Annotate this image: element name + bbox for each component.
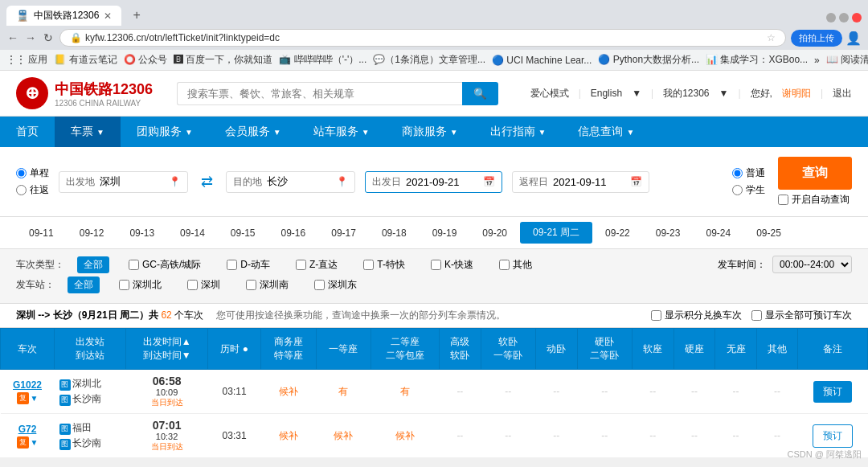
date-tab-0915[interactable]: 09-15 (218, 223, 268, 243)
filter-d[interactable]: D-动车 (220, 256, 276, 273)
nav-info[interactable]: 信息查询 ▼ (562, 117, 650, 147)
date-tab-0918[interactable]: 09-18 (369, 223, 420, 243)
to-input[interactable] (267, 176, 331, 188)
date-tab-0921[interactable]: 09-21 周二 (520, 222, 592, 244)
filter-shenzhen-north[interactable]: 深圳北 (113, 277, 168, 293)
forward-button[interactable]: → (24, 31, 37, 44)
filter-shenzhen-east[interactable]: 深圳东 (308, 277, 363, 293)
site-search-input[interactable] (177, 82, 462, 105)
baidu-bookmark[interactable]: 🅱 百度一下，你就知道 (174, 53, 272, 67)
nav-station[interactable]: 站车服务 ▼ (297, 117, 386, 147)
student-ticket-radio[interactable]: 学生 (732, 183, 765, 197)
depart-date-input[interactable] (406, 176, 478, 188)
filter-all-stations[interactable]: 全部 (68, 277, 100, 293)
train-expand-icon[interactable]: ▼ (31, 438, 39, 447)
no-seat-value: -- (733, 430, 739, 441)
route-count-suffix: 个车次 (174, 309, 203, 321)
train-type-filter-label: 车次类型： (16, 258, 64, 272)
bilibili-bookmark[interactable]: 📺 哔哔哔哔（'-'）... (279, 53, 366, 67)
logout-link[interactable]: 退出 (833, 87, 852, 100)
nav-info-arrow: ▼ (626, 128, 634, 137)
filter-k[interactable]: K-快速 (424, 256, 480, 273)
book-button[interactable]: 预订 (813, 424, 853, 448)
love-mode-link[interactable]: 爱心模式 (530, 87, 569, 100)
moving-berth-value: -- (553, 430, 559, 441)
filter-t[interactable]: T-特快 (357, 256, 411, 273)
uci-bookmark[interactable]: 🔵 UCI Machine Lear... (492, 55, 592, 66)
train-no-link[interactable]: G1022 (13, 379, 42, 391)
refresh-button[interactable]: ↻ (42, 31, 55, 44)
one-way-radio[interactable]: 单程 (16, 166, 49, 180)
filter-shenzhen[interactable]: 深圳 (181, 277, 227, 293)
nav-guide[interactable]: 出行指南 ▼ (474, 117, 563, 147)
date-tab-0923[interactable]: 09-23 (643, 223, 694, 243)
book-button[interactable]: 预订 (813, 381, 852, 403)
calendar-icon[interactable]: 📅 (483, 176, 495, 187)
filter-gc[interactable]: GC-高铁/城际 (122, 256, 207, 273)
my-account-link[interactable]: 我的12306 (663, 87, 709, 100)
nav-group[interactable]: 团购服务 ▼ (121, 117, 209, 147)
more-bookmarks[interactable]: » (814, 55, 820, 66)
python-bookmark[interactable]: 🔵 Python大数据分析... (598, 53, 699, 67)
browser-tab[interactable]: 🚆 中国铁路12306 ✕ (6, 6, 121, 26)
filter-z[interactable]: Z-直达 (289, 256, 344, 273)
username-text: 谢明阳 (782, 87, 811, 100)
reading-list[interactable]: 📖 阅读清单 (826, 53, 868, 67)
from-input[interactable] (100, 176, 164, 188)
filter-shenzhen-south[interactable]: 深圳南 (240, 277, 295, 293)
close-button[interactable] (852, 13, 862, 23)
new-tab-button[interactable]: + (125, 5, 148, 26)
return-calendar-icon[interactable]: 📅 (630, 176, 642, 187)
date-tab-0924[interactable]: 09-24 (693, 223, 743, 243)
nav-tickets[interactable]: 车票 ▼ (55, 117, 121, 147)
depart-date-label: 出发日 (372, 175, 401, 189)
date-tab-0916[interactable]: 09-16 (268, 223, 319, 243)
profile-button[interactable]: 👤 (845, 30, 862, 47)
msg-bookmark[interactable]: 💬（1条消息）文章管理... (373, 53, 485, 67)
depart-time-select[interactable]: 00:00--24:00 (772, 256, 852, 273)
search-submit-button[interactable]: 查询 (778, 157, 852, 190)
th-hard-berth: 硬卧二等卧 (577, 329, 632, 370)
show-all-option[interactable]: 显示全部可预订车次 (751, 309, 852, 322)
wechat-bookmark[interactable]: ⭕ 公众号 (124, 53, 167, 67)
maximize-button[interactable] (839, 13, 849, 23)
watermark: CSDN @ 阿桀逃阳 (788, 449, 862, 457)
date-tab-0914[interactable]: 09-14 (167, 223, 218, 243)
extension-button[interactable]: 拍拍上传 (791, 30, 842, 47)
address-bar[interactable]: 🔒 kyfw.12306.cn/otn/leftTicket/init?link… (59, 29, 786, 47)
minimize-button[interactable] (826, 13, 836, 23)
date-tab-0920[interactable]: 09-20 (469, 223, 520, 243)
switch-direction-icon[interactable]: ⇄ (201, 173, 213, 190)
to-location-icon[interactable]: 📍 (336, 176, 348, 187)
back-button[interactable]: ← (6, 31, 19, 44)
watermark-text: CSDN @ 阿桀逃阳 (788, 449, 862, 457)
date-tab-0919[interactable]: 09-19 (420, 223, 470, 243)
site-search-button[interactable]: 🔍 (462, 82, 498, 105)
nav-home[interactable]: 首页 (0, 117, 55, 147)
train-expand-icon[interactable]: ▼ (31, 394, 39, 403)
soft-berth-value: -- (505, 386, 511, 397)
normal-ticket-radio[interactable]: 普通 (732, 166, 765, 180)
tab-close-button[interactable]: ✕ (104, 10, 112, 22)
date-tab-0925[interactable]: 09-25 (743, 223, 794, 243)
filter-all-trains[interactable]: 全部 (77, 256, 109, 273)
star-icon[interactable]: ☆ (767, 32, 776, 43)
return-date-input[interactable] (553, 176, 625, 188)
auto-check-checkbox[interactable] (778, 195, 788, 205)
nav-business[interactable]: 商旅服务 ▼ (386, 117, 474, 147)
date-tab-0913[interactable]: 09-13 (117, 223, 167, 243)
date-tab-0917[interactable]: 09-17 (318, 223, 369, 243)
filter-other[interactable]: 其他 (493, 256, 538, 273)
nav-member[interactable]: 会员服务 ▼ (209, 117, 297, 147)
date-tab-0922[interactable]: 09-22 (592, 223, 643, 243)
date-tab-0911[interactable]: 09-11 (16, 223, 67, 243)
apps-bookmark[interactable]: ⋮⋮ 应用 (6, 53, 47, 67)
round-trip-radio[interactable]: 往返 (16, 183, 49, 197)
date-tab-0912[interactable]: 09-12 (67, 223, 117, 243)
from-location-icon[interactable]: 📍 (169, 176, 181, 187)
youdao-bookmark[interactable]: 📒 有道云笔记 (54, 53, 117, 67)
show-points-option[interactable]: 显示积分兑换车次 (651, 309, 742, 322)
language-link[interactable]: English (591, 88, 622, 99)
train-no-link[interactable]: G72 (18, 424, 37, 435)
xgb-bookmark[interactable]: 📊 集成学习：XGBoo... (706, 53, 808, 67)
